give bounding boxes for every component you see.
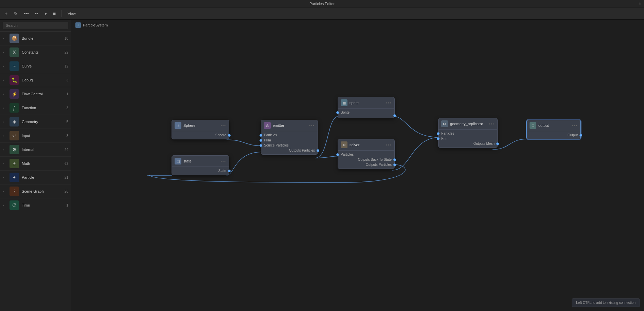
node-output-header: ⊡ output ••• [527, 120, 580, 131]
node-solver[interactable]: ⚙ solver ••• Particles Outputs Back To S… [338, 139, 395, 169]
emitter-port-out: Outputs Particles [261, 148, 318, 153]
particle-system-icon: ✦ [75, 22, 81, 28]
emitter-in-dot-source [260, 144, 262, 147]
sidebar-icon-bundle: 📦 [10, 34, 19, 43]
canvas-header: ✦ ParticleSystem [75, 22, 108, 28]
sidebar-label-input: Input [22, 134, 59, 138]
solver-icon: ⚙ [341, 141, 347, 148]
sphere-port-sphere: Sphere [172, 133, 229, 138]
sidebar-label-bundle: Bundle [22, 36, 59, 40]
emitter-port-particles-in: Particles [261, 133, 318, 138]
sidebar-item-bundle[interactable]: › 📦 Bundle 10 [0, 32, 71, 45]
sidebar-item-math[interactable]: › ± Math 62 [0, 157, 71, 171]
geom-out-dot [496, 142, 499, 145]
sidebar-item-function[interactable]: › ƒ Function 3 [0, 101, 71, 115]
dots-button[interactable]: ••• [22, 10, 31, 17]
solver-port-particles-out: Outputs Particles [338, 162, 394, 167]
state-dots: ••• [220, 159, 226, 163]
sidebar-arrow-bundle: › [3, 37, 7, 40]
sidebar-item-debug[interactable]: › 🐛 Debug 3 [0, 73, 71, 87]
node-state-header: ◫ state ••• [172, 156, 229, 167]
hint-text: Left CTRL to add to existing connection [576, 301, 636, 305]
sidebar-icon-geometry: ◈ [10, 117, 19, 127]
node-state[interactable]: ◫ state ••• State [172, 155, 229, 175]
arrow-icon: ▾ [44, 11, 47, 16]
system-name: ParticleSystem [83, 23, 108, 27]
sidebar-count-flowcontrol: 1 [61, 92, 68, 96]
sidebar-count-function: 3 [61, 106, 68, 110]
sprite-icon: ▦ [341, 99, 347, 106]
sidebar-arrow-curve: › [3, 64, 7, 68]
sphere-icon: ◎ [175, 122, 181, 129]
sidebar-item-input[interactable]: › ↵ Input 3 [0, 129, 71, 143]
sidebar-count-internal: 24 [61, 148, 68, 152]
search-input[interactable] [3, 22, 68, 29]
emitter-port-source: Source Particles [261, 143, 318, 148]
edit-button[interactable]: ✎ [12, 10, 20, 17]
solver-out-dot-particles [393, 163, 396, 166]
sidebar-arrow-input: › [3, 134, 7, 138]
output-port-out: Output [527, 133, 580, 138]
geom-rep-title: geometry_replicator [450, 122, 483, 126]
arrow-button[interactable]: ▾ [42, 10, 49, 17]
sidebar-icon-math: ± [10, 159, 19, 168]
sidebar-arrow-particle: › [3, 176, 7, 179]
solver-dots: ••• [386, 143, 392, 147]
sidebar-count-bundle: 10 [61, 37, 68, 40]
state-title: state [183, 159, 192, 163]
sphere-out-dot [228, 134, 231, 137]
view-label: View [68, 12, 76, 16]
sidebar-item-particle[interactable]: › ✦ Particle 21 [0, 171, 71, 184]
sidebar-count-scenegraph: 26 [61, 190, 68, 193]
geom-port-prim: Prim [439, 136, 497, 141]
emitter-icon: ⁂ [264, 122, 271, 129]
geom-port-mesh: Outputs Mesh [439, 141, 497, 146]
sphere-dots: ••• [220, 124, 226, 128]
output-title: output [538, 123, 549, 128]
output-icon: ⊡ [530, 122, 536, 129]
add-button[interactable]: + [3, 10, 10, 17]
output-out-dot [579, 134, 582, 137]
sidebar-count-curve: 12 [61, 64, 68, 68]
sidebar-label-math: Math [22, 161, 59, 166]
sidebar-icon-particle: ✦ [10, 173, 19, 182]
node-sprite[interactable]: ▦ sprite ••• Sprite [338, 97, 395, 118]
node-output[interactable]: ⊡ output ••• Output [526, 120, 581, 139]
sidebar-arrow-internal: › [3, 148, 7, 152]
sidebar-item-time[interactable]: › ⏱ Time 1 [0, 198, 71, 212]
sidebar-icon-debug: 🐛 [10, 75, 19, 85]
sidebar-arrow-scenegraph: › [3, 190, 7, 193]
extra-button[interactable]: ■ [51, 10, 58, 17]
node-geometry-replicator[interactable]: ⋈ geometry_replicator ••• Particles Prim… [438, 118, 498, 148]
sprite-out-dot [393, 114, 396, 117]
sidebar-item-internal[interactable]: › ⚙ Internal 24 [0, 143, 71, 157]
add-icon: + [5, 11, 7, 16]
sidebar-count-geometry: 5 [61, 120, 68, 124]
dots-icon: ••• [24, 11, 29, 16]
sidebar-item-curve[interactable]: › ~ Curve 12 [0, 59, 71, 73]
canvas-area[interactable]: ✦ ParticleSystem ◎ [71, 20, 644, 311]
sidebar-item-geometry[interactable]: › ◈ Geometry 5 [0, 115, 71, 129]
geom-rep-icon: ⋈ [441, 120, 448, 127]
view-button[interactable]: View [65, 11, 78, 17]
more-button[interactable]: •• [33, 10, 40, 17]
extra-icon: ■ [53, 11, 56, 16]
title-text: Particles Editor [309, 2, 335, 6]
titlebar: Particles Editor ✕ [0, 0, 644, 7]
sidebar-item-flowcontrol[interactable]: › ⚡ Flow Control 1 [0, 87, 71, 101]
sidebar-count-math: 62 [61, 162, 68, 166]
more-icon: •• [35, 11, 38, 16]
sidebar-item-scenegraph[interactable]: › ⋮ Scene Graph 26 [0, 184, 71, 198]
sidebar-item-constants[interactable]: › X Constants 22 [0, 45, 71, 59]
solver-port-particles: Particles [338, 152, 394, 157]
close-icon[interactable]: ✕ [639, 2, 641, 5]
node-emitter[interactable]: ⁂ emitter ••• Particles Prim Source Part… [261, 120, 318, 155]
node-sphere[interactable]: ◎ Sphere ••• Sphere [172, 120, 229, 139]
node-geom-header: ⋈ geometry_replicator ••• [439, 118, 497, 130]
sidebar-count-time: 1 [61, 203, 68, 207]
geom-body: Particles Prim Outputs Mesh [439, 130, 497, 148]
node-solver-header: ⚙ solver ••• [338, 139, 394, 151]
sidebar-label-internal: Internal [22, 148, 59, 152]
sidebar-arrow-time: › [3, 203, 7, 207]
sidebar-arrow-geometry: › [3, 120, 7, 124]
